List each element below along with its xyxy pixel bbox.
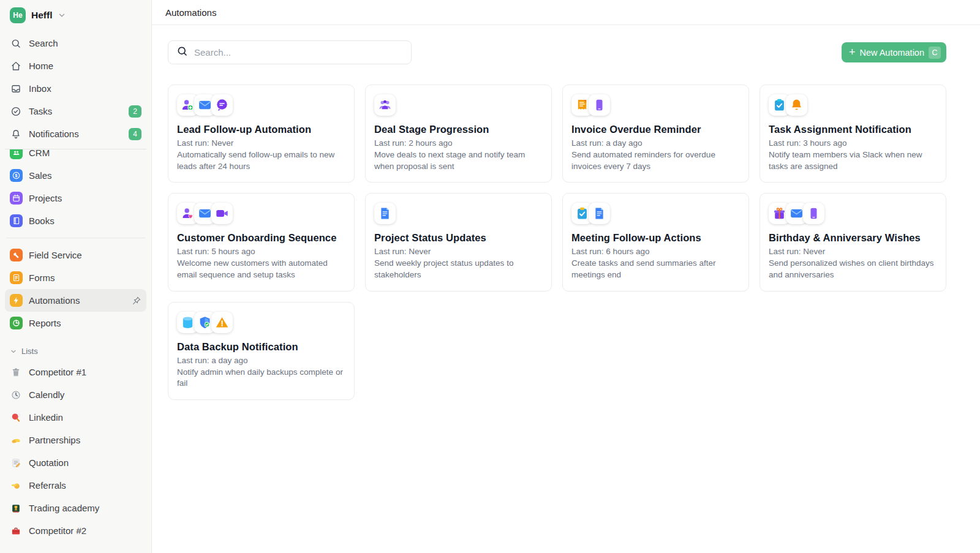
automation-title: Task Assignment Notification	[769, 124, 937, 135]
reports-app-icon	[10, 317, 23, 329]
automation-card[interactable]: Birthday & Anniversary WishesLast run: N…	[760, 193, 946, 291]
sidebar-item-crm[interactable]: CRM	[5, 149, 146, 164]
sidebar-item-label: Home	[29, 61, 53, 71]
card-icons	[769, 94, 937, 116]
automation-card[interactable]: Meeting Follow-up ActionsLast run: 6 hou…	[562, 193, 749, 291]
sidebar-item-label: Forms	[29, 273, 55, 283]
automation-card[interactable]: Invoice Overdue ReminderLast run: a day …	[562, 85, 749, 182]
memo-emoji-icon	[10, 457, 22, 469]
smartphone-icon	[803, 203, 824, 224]
app-root: He Heffl SearchHomeInboxTasks2Notificati…	[0, 0, 980, 553]
sidebar-item-competitor-1[interactable]: Competitor #1	[5, 361, 146, 383]
sidebar-item-inbox[interactable]: Inbox	[5, 77, 146, 100]
sidebar-item-label: Competitor #1	[29, 367, 86, 377]
sidebar-item-linkedin[interactable]: Linkedin	[5, 406, 146, 429]
automation-last-run: Last run: a day ago	[177, 356, 345, 365]
automation-title: Customer Onboarding Sequence	[177, 232, 345, 244]
document-icon	[374, 203, 396, 224]
automation-title: Project Status Updates	[374, 232, 543, 244]
sidebar-item-calendly[interactable]: Calendly	[5, 383, 146, 406]
automation-card[interactable]: Customer Onboarding SequenceLast run: 5 …	[168, 193, 355, 291]
sales-app-icon: $	[10, 170, 22, 182]
sidebar-item-sales[interactable]: $Sales	[5, 164, 146, 187]
shortcut-badge: C	[929, 47, 941, 59]
sidebar-divider	[6, 238, 145, 238]
automation-last-run: Last run: 3 hours ago	[769, 138, 937, 148]
sidebar-item-trading-academy[interactable]: Trading academy	[5, 497, 146, 519]
sidebar-item-label: Quotation	[29, 457, 69, 468]
automation-last-run: Last run: 5 hours ago	[177, 247, 345, 256]
automation-description: Welcome new customers with automated ema…	[177, 258, 345, 280]
sidebar-item-label: Books	[29, 216, 55, 226]
sidebar-item-search[interactable]: Search	[5, 32, 146, 55]
pin-icon[interactable]	[132, 296, 141, 306]
sidebar-item-label: Automations	[29, 295, 80, 306]
memo-emoji-icon	[10, 457, 22, 469]
lists-section-label: Lists	[21, 347, 38, 356]
automation-card[interactable]: Lead Follow-up AutomationLast run: Never…	[168, 85, 355, 182]
sidebar-item-forms[interactable]: Forms	[5, 266, 146, 289]
automation-description: Move deals to next stage and notify team…	[374, 149, 543, 172]
sidebar-item-books[interactable]: Books	[5, 209, 146, 232]
new-automation-button[interactable]: + New Automation C	[842, 42, 946, 62]
automation-card[interactable]: Deal Stage ProgressionLast run: 2 hours …	[365, 85, 552, 182]
sidebar-item-label: Search	[29, 38, 58, 48]
sidebar-item-label: Tasks	[29, 106, 52, 116]
sidebar-item-field-service[interactable]: Field Service	[5, 244, 146, 266]
search-input[interactable]	[194, 47, 403, 58]
sidebar-item-projects[interactable]: Projects	[5, 187, 146, 209]
automation-card[interactable]: Project Status UpdatesLast run: NeverSen…	[365, 193, 552, 291]
card-icons	[374, 203, 543, 224]
automation-description: Send automated reminders for overdue inv…	[571, 149, 740, 172]
automation-last-run: Last run: 2 hours ago	[374, 138, 543, 148]
sidebar-item-notifications[interactable]: Notifications4	[5, 122, 146, 145]
automation-title: Deal Stage Progression	[374, 124, 543, 135]
plus-icon: +	[849, 47, 856, 58]
card-icons	[374, 94, 543, 116]
workspace-avatar: He	[10, 7, 26, 23]
sidebar-item-partnerships[interactable]: Partnerships	[5, 429, 146, 451]
sidebar-item-label: Trading academy	[29, 503, 99, 513]
sidebar-item-label: Calendly	[29, 389, 64, 400]
top-bar: Automations	[152, 0, 980, 25]
wastebasket-emoji-icon	[10, 366, 22, 378]
automation-description: Notify admin when daily backups complete…	[177, 367, 345, 389]
search-icon	[176, 45, 188, 59]
workspace-name: Heffl	[31, 10, 52, 21]
sidebar-item-home[interactable]: Home	[5, 55, 146, 77]
crm-app-icon	[10, 149, 22, 159]
automation-title: Data Backup Notification	[177, 341, 345, 353]
sidebar-lists: Competitor #1CalendlyLinkedinPartnership…	[5, 361, 146, 542]
search-icon	[10, 37, 22, 50]
books-app-icon	[10, 214, 23, 227]
sidebar-item-automations[interactable]: Automations	[5, 289, 146, 312]
inbox-icon	[10, 83, 22, 95]
sidebar-item-reports[interactable]: Reports	[5, 312, 146, 334]
content-area: + New Automation C Lead Follow-up Automa…	[152, 25, 980, 415]
smartphone-icon	[589, 94, 610, 116]
search-box	[168, 40, 412, 64]
sidebar-item-tasks[interactable]: Tasks2	[5, 100, 146, 122]
sidebar-item-referrals[interactable]: Referrals	[5, 474, 146, 497]
automation-card[interactable]: Task Assignment NotificationLast run: 3 …	[760, 85, 946, 182]
toolbar: + New Automation C	[168, 40, 946, 64]
chat-bubble-icon	[211, 94, 233, 116]
lists-section-header[interactable]: Lists	[5, 347, 146, 361]
sidebar-item-competitor-2[interactable]: Competitor #2	[5, 519, 146, 542]
sidebar-item-label: Projects	[29, 193, 62, 203]
sidebar-item-label: Partnerships	[29, 435, 80, 445]
card-icons	[571, 203, 740, 224]
trophy-emoji-icon	[10, 502, 22, 514]
automation-card[interactable]: Data Backup NotificationLast run: a day …	[168, 302, 355, 400]
svg-text:$: $	[15, 173, 17, 178]
workspace-switcher[interactable]: He Heffl	[5, 6, 146, 32]
automation-description: Send weekly project status updates to st…	[374, 258, 543, 280]
tasks-icon	[10, 105, 22, 118]
document-icon	[589, 203, 610, 224]
main-area: Automations + New Automation C Lead Foll…	[152, 0, 980, 553]
books-app-icon	[10, 215, 22, 227]
automation-cards-grid: Lead Follow-up AutomationLast run: Never…	[168, 85, 946, 400]
projects-app-icon	[10, 192, 23, 205]
sidebar-item-label: CRM	[29, 149, 50, 158]
sidebar-item-quotation[interactable]: Quotation	[5, 451, 146, 474]
